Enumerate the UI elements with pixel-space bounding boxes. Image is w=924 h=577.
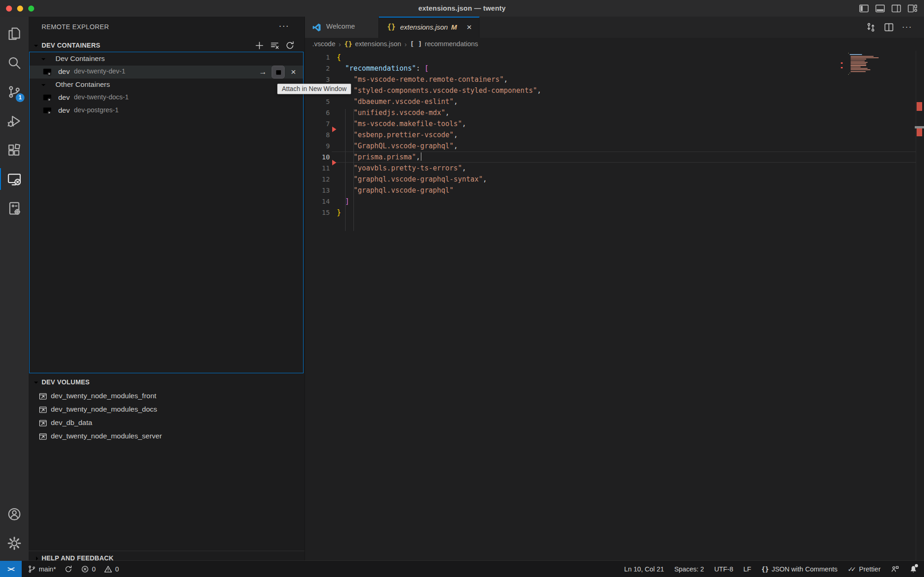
branch-icon bbox=[28, 565, 36, 573]
clear-list-button[interactable] bbox=[270, 41, 280, 50]
status-label: Prettier bbox=[859, 565, 881, 573]
code-line: 10 "prisma.prisma", bbox=[305, 152, 924, 163]
tab-welcome[interactable]: Welcome bbox=[305, 17, 379, 38]
code-text: } bbox=[337, 207, 341, 218]
attach-in-new-window-tooltip: Attach in New Window bbox=[277, 84, 351, 94]
code-line: 15} bbox=[305, 207, 924, 218]
minimap-line bbox=[851, 61, 865, 61]
attach-container-button[interactable]: → bbox=[257, 66, 269, 78]
split-editor-icon[interactable] bbox=[884, 22, 894, 32]
activity-item-explorer[interactable] bbox=[0, 19, 29, 48]
volume-item[interactable]: dev_twenty_node_modules_docs bbox=[29, 403, 305, 417]
tab-extensions-json[interactable]: {}extensions.jsonM× bbox=[379, 17, 480, 38]
toggle-primary-sidebar-icon[interactable] bbox=[859, 3, 869, 13]
chevron-down-icon bbox=[40, 55, 47, 63]
activity-item-settings[interactable] bbox=[0, 528, 29, 558]
status-item-bell[interactable] bbox=[909, 565, 918, 573]
close-icon[interactable]: × bbox=[467, 22, 472, 32]
activity-item-source-control[interactable]: 1 bbox=[0, 77, 29, 106]
new-container-button[interactable] bbox=[255, 41, 264, 50]
activity-item-account[interactable] bbox=[0, 499, 29, 528]
minimap-line bbox=[850, 54, 862, 55]
status-label: 0 bbox=[92, 565, 96, 573]
status-item-prettier[interactable]: ✓✓Prettier bbox=[848, 565, 881, 573]
container-item[interactable]: devdev-twenty-dev-1→× bbox=[30, 66, 303, 79]
tree-group-dev-containers[interactable]: Dev Containers bbox=[30, 53, 303, 66]
status-item-main-[interactable]: main* bbox=[28, 565, 56, 573]
container-item[interactable]: devdev-twenty-docs-1 bbox=[30, 91, 303, 104]
stop-container-button[interactable]: × bbox=[287, 66, 299, 78]
more-actions-icon[interactable]: ··· bbox=[902, 22, 912, 32]
code-editor[interactable]: 1{2 "recommendations": [3 "ms-vscode-rem… bbox=[305, 52, 924, 218]
activity-item-container-tools[interactable] bbox=[0, 194, 29, 223]
container-item[interactable]: devdev-postgres-1 bbox=[30, 104, 303, 117]
badge: 1 bbox=[16, 93, 24, 102]
tab-bar: Welcome{}extensions.jsonM× ··· bbox=[305, 17, 924, 38]
minimap-line bbox=[851, 57, 879, 58]
minimap-line bbox=[851, 71, 865, 72]
status-item-utf-8[interactable]: UTF-8 bbox=[714, 565, 733, 573]
toggle-secondary-sidebar-icon[interactable] bbox=[891, 3, 901, 13]
container-icon bbox=[43, 93, 52, 103]
code-line: 4 "styled-components.vscode-styled-compo… bbox=[305, 85, 924, 96]
status-item-0[interactable]: 0 bbox=[81, 565, 96, 573]
status-item-lf[interactable]: LF bbox=[743, 565, 751, 573]
status-item-ln-10-col-21[interactable]: Ln 10, Col 21 bbox=[624, 565, 664, 573]
line-number: 2 bbox=[305, 63, 330, 74]
volume-item[interactable]: dev_twenty_node_modules_front bbox=[29, 390, 305, 403]
status-item-json-with-comments[interactable]: {}JSON with Comments bbox=[761, 565, 838, 573]
status-item-spaces-2[interactable]: Spaces: 2 bbox=[674, 565, 704, 573]
refresh-button[interactable] bbox=[285, 41, 295, 50]
notification-dot bbox=[915, 564, 918, 567]
account-icon bbox=[7, 507, 21, 521]
open-changes-icon[interactable] bbox=[866, 22, 876, 32]
sidebar-more-actions-button[interactable]: ··· bbox=[279, 20, 289, 31]
breadcrumb-item[interactable]: {}extensions.json bbox=[344, 40, 401, 48]
code-line: 7 "ms-vscode.makefile-tools", bbox=[305, 118, 924, 129]
volume-icon bbox=[39, 432, 47, 441]
activity-bar: 1 bbox=[0, 17, 29, 560]
gutter-change-marker bbox=[332, 160, 336, 165]
text-cursor bbox=[421, 152, 422, 161]
editor-actions: ··· bbox=[866, 22, 912, 32]
attach-in-new-window-button[interactable] bbox=[272, 66, 284, 78]
status-item-0[interactable]: 0 bbox=[104, 565, 119, 573]
breadcrumb-item[interactable]: .vscode bbox=[312, 40, 335, 48]
code-text: "unifiedjs.vscode-mdx", bbox=[337, 107, 450, 118]
line-number: 12 bbox=[305, 174, 330, 185]
code-line: 8 "esbenp.prettier-vscode", bbox=[305, 129, 924, 140]
sidebar-title: REMOTE EXPLORER bbox=[42, 23, 109, 30]
activity-item-run-debug[interactable] bbox=[0, 106, 29, 135]
remote-indicator[interactable]: >< bbox=[0, 561, 22, 577]
tree-group-other-containers[interactable]: Other Containers bbox=[30, 79, 303, 91]
section-dev-volumes[interactable]: DEV VOLUMES bbox=[29, 377, 305, 389]
section-dev-containers[interactable]: DEV CONTAINERS bbox=[29, 40, 305, 52]
activity-item-remote-explorer[interactable] bbox=[0, 164, 29, 194]
breadcrumb-item[interactable]: [ ]recommendations bbox=[410, 40, 478, 48]
volume-item[interactable]: dev_db_data bbox=[29, 417, 305, 430]
json-symbol-icon: {} bbox=[344, 40, 352, 48]
code-text: { bbox=[337, 52, 341, 63]
status-item-sync[interactable] bbox=[64, 565, 73, 573]
activity-item-extensions[interactable] bbox=[0, 135, 29, 164]
minimap-change-marker bbox=[841, 67, 843, 68]
breadcrumb-separator: › bbox=[404, 40, 407, 48]
minimap[interactable] bbox=[845, 53, 880, 83]
volume-item[interactable]: dev_twenty_node_modules_server bbox=[29, 430, 305, 443]
customize-layout-icon[interactable] bbox=[907, 3, 918, 13]
overview-ruler-change-mark bbox=[917, 128, 922, 136]
code-line: 3 "ms-vscode-remote.remote-containers", bbox=[305, 74, 924, 85]
container-name: dev-twenty-dev-1 bbox=[74, 67, 125, 75]
minimap-line bbox=[848, 74, 849, 75]
editor-group: Welcome{}extensions.jsonM× ··· .vscode›{… bbox=[305, 17, 924, 560]
minimap-line bbox=[851, 67, 861, 67]
container-label: dev bbox=[58, 106, 70, 115]
status-label: Spaces: 2 bbox=[674, 565, 704, 573]
sidebar-header: REMOTE EXPLORER ··· bbox=[29, 20, 305, 34]
status-item-feedback[interactable] bbox=[891, 565, 899, 573]
tree-group-label: Other Containers bbox=[55, 80, 110, 89]
toggle-panel-icon[interactable] bbox=[875, 3, 885, 13]
remote-explorer-icon bbox=[7, 172, 21, 186]
code-text: "yoavbls.pretty-ts-errors", bbox=[337, 163, 466, 174]
activity-item-search[interactable] bbox=[0, 48, 29, 77]
